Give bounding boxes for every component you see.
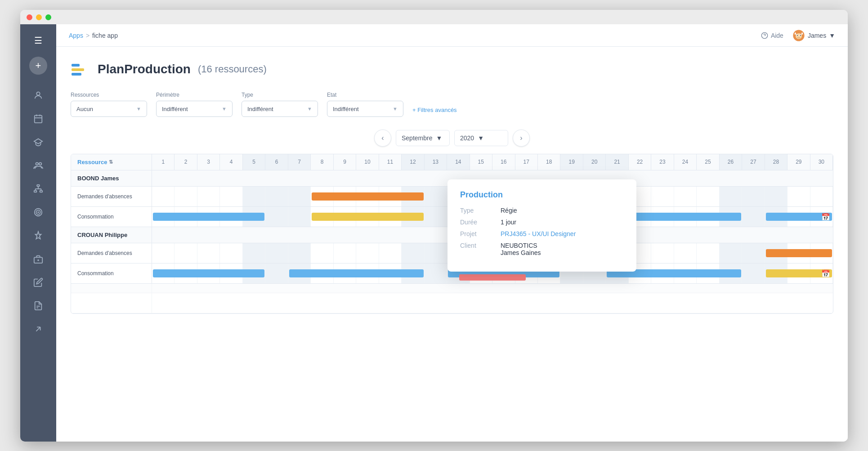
sidebar-icon-briefcase[interactable] [28,249,48,269]
add-button[interactable]: + [29,57,47,75]
chevron-down-icon: ▼ [222,106,227,112]
day-header-17: 17 [515,154,538,170]
app-window: ☰ + [20,10,848,442]
tooltip-client-val: NEUBOTICS James Gaines [501,242,541,256]
sidebar-icon-person[interactable] [28,85,48,105]
svg-point-6 [39,163,42,165]
gantt-days-header: 1234567891011121314151617181920212223242… [152,154,833,170]
sidebar-icon-arrow[interactable] [28,319,48,339]
day-header-3: 3 [197,154,220,170]
titlebar [20,10,848,24]
filter-perimetre: Périmètre Indifférent ▼ [156,92,233,117]
day-header-16: 16 [492,154,515,170]
tooltip-row-client: Client NEUBOTICS James Gaines [460,242,624,256]
section-name-boond: BOOND James [71,170,152,186]
day-header-28: 28 [765,154,787,170]
filter-etat: Etat Indifférent ▼ [327,92,403,117]
filter-etat-select[interactable]: Indifférent ▼ [327,101,403,117]
row-label-consommation-boond: Consommation [71,207,152,227]
aide-button[interactable]: Aide [761,32,783,39]
app-icon [71,59,90,79]
prev-month-button[interactable]: ‹ [374,129,391,147]
day-header-23: 23 [651,154,674,170]
user-chevron: ▼ [829,32,835,39]
row-label-consommation-crouan: Consommation [71,263,152,283]
svg-rect-1 [35,116,42,123]
sidebar-icon-org[interactable] [28,179,48,199]
section-name-more [71,284,152,293]
year-selector[interactable]: 2020 ▼ [454,130,508,146]
day-header-2: 2 [174,154,197,170]
tooltip-projet-val[interactable]: PRJ4365 - UX/UI Designer [501,230,576,237]
day-header-18: 18 [538,154,560,170]
filter-ressources-label: Ressources [71,92,147,98]
sidebar-icon-document[interactable] [28,296,48,316]
breadcrumb-current: fiche app [92,32,118,39]
close-button[interactable] [27,14,32,20]
advanced-filters-button[interactable]: + Filtres avancés [412,107,457,117]
day-header-26: 26 [720,154,742,170]
chevron-left-icon: ‹ [381,134,384,142]
bar-orange-crouan[interactable] [766,249,832,257]
breadcrumb-separator: > [86,32,89,39]
user-name: James [808,32,826,39]
chevron-down-icon: ▼ [393,106,398,112]
bar-blue-crouan-1[interactable] [153,269,264,277]
bar-red-crouan[interactable] [459,274,525,281]
chevron-down-icon: ▼ [307,106,312,112]
tooltip-title: Production [460,190,624,200]
filter-type-select[interactable]: Indifférent ▼ [242,101,318,117]
day-header-22: 22 [629,154,651,170]
filter-etat-label: Etat [327,92,403,98]
resource-column-header: Ressource ⇅ [71,154,152,170]
tooltip-popup: Production Type Régie Durée 1 jour Proje… [447,179,636,272]
day-header-29: 29 [787,154,810,170]
day-header-24: 24 [674,154,697,170]
day-header-25: 25 [697,154,719,170]
chevron-right-icon: › [520,134,522,142]
svg-point-5 [36,163,39,165]
filter-type-label: Type [242,92,318,98]
bar-yellow-boond-1[interactable] [312,213,423,221]
day-header-6: 6 [265,154,288,170]
bar-orange-boond-1[interactable] [312,192,423,201]
section-name-crouan: CROUAN Philippe [71,227,152,243]
sidebar-icon-pin[interactable] [28,226,48,246]
maximize-button[interactable] [45,14,51,20]
breadcrumb-apps[interactable]: Apps [69,32,83,39]
bar-blue-crouan-2[interactable] [289,269,424,277]
next-month-button[interactable]: › [513,129,530,147]
sidebar-icon-team[interactable] [28,156,48,175]
menu-button[interactable]: ☰ [31,31,46,49]
filter-perimetre-label: Périmètre [156,92,233,98]
tooltip-type-val: Régie [501,207,517,214]
year-label: 2020 [460,134,474,142]
row-bars-more [152,293,833,313]
table-row [71,293,833,313]
page-content: PlanProduction (16 ressources) Ressource… [56,47,848,442]
day-header-20: 20 [583,154,606,170]
filter-perimetre-select[interactable]: Indifférent ▼ [156,101,233,117]
filter-ressources: Ressources Aucun ▼ [71,92,147,117]
month-selector[interactable]: Septembre ▼ [396,130,450,146]
sidebar-icon-calendar[interactable] [28,109,48,129]
tooltip-projet-key: Projet [460,230,501,237]
calendar-icon[interactable]: 📅 [821,213,830,221]
filter-ressources-select[interactable]: Aucun ▼ [71,101,147,117]
tooltip-row-duree: Durée 1 jour [460,219,624,226]
month-label: Septembre [402,134,432,142]
svg-rect-36 [72,73,81,76]
minimize-button[interactable] [36,14,42,20]
filter-type: Type Indifférent ▼ [242,92,318,117]
chevron-down-icon: ▼ [136,106,141,112]
calendar-icon[interactable]: 📅 [821,269,830,278]
sidebar-icon-edit[interactable] [28,272,48,292]
day-header-19: 19 [560,154,583,170]
user-menu[interactable]: James ▼ [792,29,835,42]
sidebar-icon-graduation[interactable] [28,132,48,152]
sort-icon[interactable]: ⇅ [109,159,113,165]
tooltip-row-projet: Projet PRJ4365 - UX/UI Designer [460,230,624,237]
sidebar-icon-target[interactable] [28,202,48,222]
sidebar: ☰ + [20,24,56,442]
bar-blue-boond-1[interactable] [153,213,264,221]
